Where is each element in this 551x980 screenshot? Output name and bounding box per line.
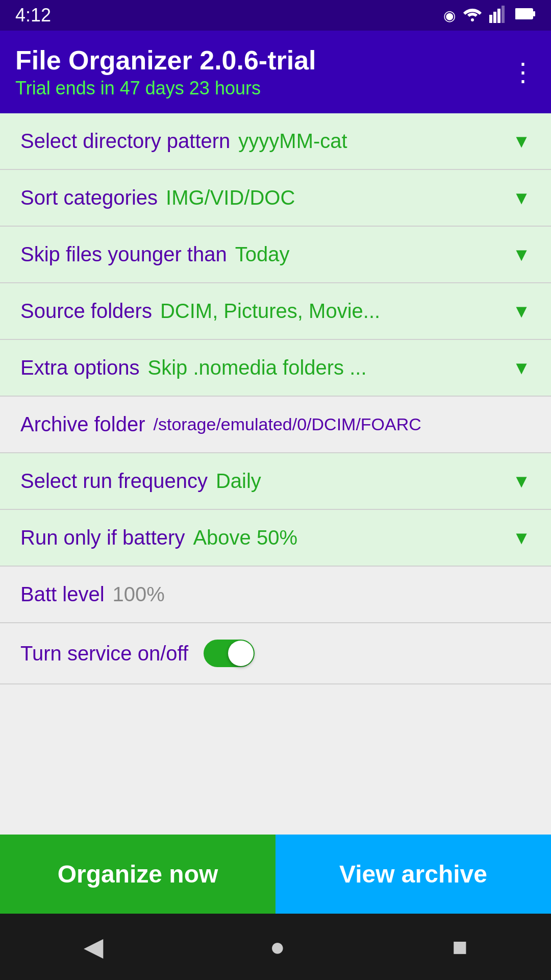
directory-pattern-chevron: ▼ [512,131,531,152]
sort-categories-row-inner: Sort categories IMG/VID/DOC [20,186,512,209]
battery-threshold-row-inner: Run only if battery Above 50% [20,526,512,549]
svg-rect-5 [515,9,533,19]
main-content: Select directory pattern yyyyMM-cat ▼ So… [0,113,551,889]
view-archive-button[interactable]: View archive [276,835,551,914]
back-button[interactable]: ◀ [84,932,103,962]
battery-threshold-label: Run only if battery [20,526,185,549]
battery-threshold-dropdown[interactable]: Run only if battery Above 50% ▼ [0,510,551,567]
run-frequency-label: Select run frequency [20,470,208,493]
source-folders-chevron: ▼ [512,301,531,322]
toggle-thumb [228,641,254,666]
recents-button[interactable]: ■ [452,932,467,962]
extra-options-label: Extra options [20,356,139,379]
extra-options-chevron: ▼ [512,357,531,379]
skip-files-row-inner: Skip files younger than Today [20,243,512,266]
skip-files-value: Today [235,243,290,266]
extra-options-dropdown[interactable]: Extra options Skip .nomedia folders ... … [0,340,551,397]
source-folders-row-inner: Source folders DCIM, Pictures, Movie... [20,300,512,323]
battery-icon [515,7,536,24]
app-bar: File Organizer 2.0.6-trial Trial ends in… [0,31,551,113]
sort-categories-label: Sort categories [20,186,158,209]
battery-threshold-value: Above 50% [193,526,297,549]
svg-rect-6 [533,11,535,16]
batt-level-row: Batt level 100% [0,567,551,623]
extra-options-value: Skip .nomedia folders ... [147,356,366,379]
nav-bar: ◀ ● ■ [0,914,551,980]
skip-files-label: Skip files younger than [20,243,227,266]
service-toggle-row: Turn service on/off [0,623,551,684]
run-frequency-dropdown[interactable]: Select run frequency Daily ▼ [0,453,551,510]
signal-icon [489,5,508,27]
skip-files-dropdown[interactable]: Skip files younger than Today ▼ [0,227,551,283]
archive-folder-row: Archive folder /storage/emulated/0/DCIM/… [0,397,551,453]
home-button[interactable]: ● [270,932,285,962]
bottom-buttons: Organize now View archive [0,835,551,914]
app-bar-text: File Organizer 2.0.6-trial Trial ends in… [15,45,316,99]
skip-files-chevron: ▼ [512,244,531,265]
battery-threshold-chevron: ▼ [512,527,531,549]
batt-level-value: 100% [113,583,165,606]
notification-icon: ◉ [443,7,456,24]
run-frequency-row-inner: Select run frequency Daily [20,470,512,493]
run-frequency-value: Daily [216,470,261,493]
more-options-icon[interactable]: ⋮ [510,57,536,87]
extra-options-row-inner: Extra options Skip .nomedia folders ... [20,356,512,379]
directory-pattern-row-inner: Select directory pattern yyyyMM-cat [20,130,512,153]
app-title: File Organizer 2.0.6-trial [15,45,316,76]
sort-categories-value: IMG/VID/DOC [166,186,295,209]
app-subtitle: Trial ends in 47 days 23 hours [15,78,316,99]
svg-rect-3 [497,9,500,23]
status-time: 4:12 [15,5,51,26]
directory-pattern-label: Select directory pattern [20,130,230,153]
sort-categories-dropdown[interactable]: Sort categories IMG/VID/DOC ▼ [0,170,551,227]
batt-level-label: Batt level [20,583,105,606]
archive-folder-value: /storage/emulated/0/DCIM/FOARC [154,414,421,434]
source-folders-dropdown[interactable]: Source folders DCIM, Pictures, Movie... … [0,283,551,340]
service-toggle-label: Turn service on/off [20,642,188,665]
source-folders-value: DCIM, Pictures, Movie... [160,300,380,323]
organize-now-button[interactable]: Organize now [0,835,276,914]
wifi-icon [463,5,482,27]
status-icons: ◉ [443,5,536,27]
directory-pattern-dropdown[interactable]: Select directory pattern yyyyMM-cat ▼ [0,113,551,170]
svg-rect-4 [502,6,505,23]
status-bar: 4:12 ◉ [0,0,551,31]
run-frequency-chevron: ▼ [512,471,531,492]
svg-rect-2 [493,12,496,23]
service-toggle-switch[interactable] [204,640,255,667]
archive-folder-label: Archive folder [20,413,145,436]
directory-pattern-value: yyyyMM-cat [238,130,347,153]
source-folders-label: Source folders [20,300,152,323]
sort-categories-chevron: ▼ [512,187,531,209]
svg-point-0 [471,18,474,21]
svg-rect-1 [489,15,492,23]
